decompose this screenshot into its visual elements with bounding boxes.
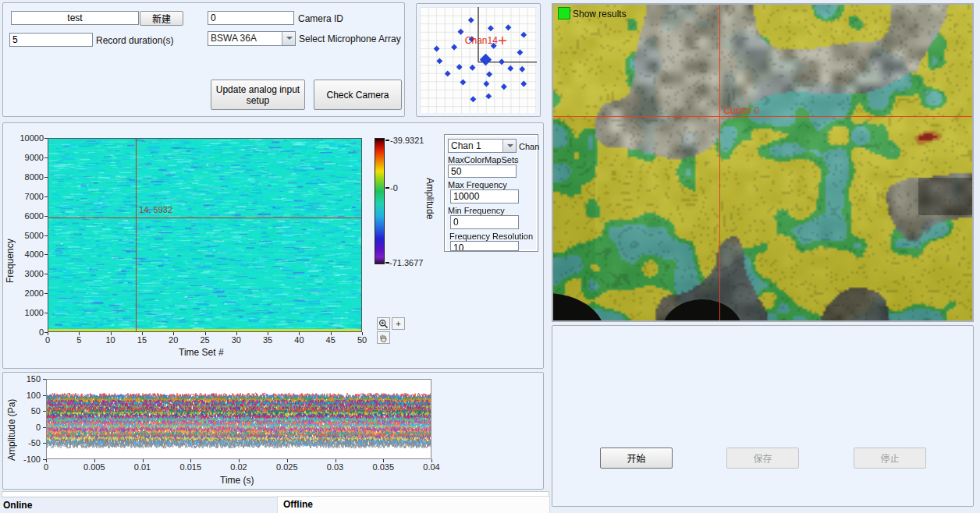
camera-cursor-label: Cursor 0 bbox=[723, 105, 759, 116]
colorbar-min-label: -71.3677 bbox=[389, 258, 423, 267]
mic-array-plot[interactable]: Chan14 bbox=[420, 7, 537, 113]
camera-cursor-hline[interactable] bbox=[553, 116, 972, 117]
axis-tick-mark bbox=[236, 332, 237, 335]
axis-tick-label: 50 bbox=[354, 335, 370, 345]
spectrogram-cursor-label: 14, 5932 bbox=[139, 205, 172, 214]
axis-tick-label: 15 bbox=[134, 335, 150, 345]
waveform-xlabel: Time (s) bbox=[220, 475, 254, 486]
camera-id-label: Camera ID bbox=[298, 13, 343, 24]
axis-tick-mark bbox=[48, 332, 48, 335]
cursor-tool-icon[interactable]: + bbox=[392, 317, 405, 330]
axis-tick-label: 0.04 bbox=[417, 462, 446, 472]
spectrogram-xlabel: Time Set # bbox=[179, 347, 224, 358]
axis-tick-label: 0 bbox=[16, 423, 41, 432]
start-button[interactable]: 开始 bbox=[600, 448, 673, 469]
save-button[interactable]: 保存 bbox=[726, 448, 799, 469]
axis-tick-label: 2000 bbox=[17, 288, 44, 298]
axis-tick-mark bbox=[143, 459, 144, 462]
show-results-label: Show results bbox=[573, 9, 627, 19]
max-frequency-label: Max Frequency bbox=[448, 180, 507, 189]
mic-array-value: BSWA 36A bbox=[211, 33, 257, 44]
new-button[interactable]: 新建 bbox=[140, 11, 183, 26]
axis-tick-label: -50 bbox=[16, 438, 41, 448]
min-frequency-input[interactable]: 0 bbox=[450, 215, 519, 229]
check-camera-button[interactable]: Check Camera bbox=[314, 80, 402, 110]
online-status-label: Online bbox=[3, 500, 32, 511]
axis-tick-label: 100 bbox=[16, 391, 41, 400]
axis-tick-label: 5000 bbox=[17, 231, 44, 240]
axis-tick-mark bbox=[111, 332, 112, 335]
max-frequency-input[interactable]: 10000 bbox=[450, 189, 519, 203]
camera-view-panel: Show results Cursor 0 bbox=[552, 3, 974, 322]
setup-panel: test 新建 5 Record duration(s) 0 Camera ID… bbox=[2, 2, 405, 117]
axis-tick-mark bbox=[331, 332, 332, 335]
axis-tick-label: 25 bbox=[197, 335, 213, 345]
camera-image[interactable] bbox=[553, 5, 972, 320]
axis-tick-label: 1000 bbox=[17, 308, 44, 317]
axis-tick-label: 8000 bbox=[17, 172, 44, 182]
frequency-resolution-input[interactable]: 10 bbox=[450, 241, 519, 251]
camera-id-input[interactable]: 0 bbox=[208, 11, 294, 25]
spectrogram-ylabel: Frequency bbox=[5, 197, 16, 283]
channel-value: Chan 1 bbox=[451, 140, 481, 151]
record-duration-input[interactable]: 5 bbox=[9, 33, 93, 47]
axis-tick-mark bbox=[362, 332, 363, 335]
axis-tick-label: 0 bbox=[32, 462, 60, 472]
axis-tick-label: 7000 bbox=[17, 192, 44, 201]
axis-tick-label: 35 bbox=[260, 335, 275, 345]
axis-tick-label: 5 bbox=[71, 335, 87, 345]
channel-dropdown[interactable]: Chan 1 bbox=[448, 139, 517, 153]
axis-tick-label: 0.035 bbox=[369, 462, 397, 472]
axis-tick-mark bbox=[239, 459, 240, 462]
show-results-checkbox[interactable] bbox=[558, 7, 570, 19]
axis-tick-label: 30 bbox=[229, 335, 244, 345]
axis-tick-label: 10 bbox=[103, 335, 119, 345]
axis-tick-mark bbox=[142, 332, 143, 335]
channel-label: Chan bbox=[519, 142, 539, 151]
axis-tick-mark bbox=[205, 332, 206, 335]
colorbar-mid-tick bbox=[385, 187, 389, 189]
axis-tick-label: 4000 bbox=[17, 249, 44, 259]
axis-tick-label: 0.015 bbox=[176, 462, 204, 472]
axis-tick-mark bbox=[268, 332, 268, 335]
svg-text:Chan14: Chan14 bbox=[465, 35, 498, 46]
camera-cursor-vline[interactable] bbox=[719, 5, 720, 320]
mic-array-dropdown[interactable]: BSWA 36A bbox=[208, 31, 296, 46]
max-colormap-input[interactable]: 50 bbox=[448, 165, 517, 178]
axis-tick-label: 0.02 bbox=[225, 462, 253, 472]
waveform-panel: Amplitude (Pa) 150100500-50-100 00.0050.… bbox=[2, 372, 544, 490]
chevron-down-icon[interactable] bbox=[282, 32, 295, 45]
spectrogram-panel: Frequency 100009000800070006000500040003… bbox=[2, 122, 544, 369]
axis-tick-label: 9000 bbox=[17, 153, 44, 162]
axis-tick-mark bbox=[46, 459, 47, 462]
test-name-input[interactable]: test bbox=[11, 11, 139, 25]
axis-tick-label: 150 bbox=[16, 374, 41, 384]
spectrogram-plot[interactable]: 14, 5932 bbox=[48, 138, 362, 332]
axis-tick-label: 0.03 bbox=[321, 462, 350, 472]
stop-button[interactable]: 停止 bbox=[854, 448, 926, 469]
axis-tick-label: 0 bbox=[40, 335, 55, 345]
update-analog-input-button[interactable]: Update analog input setup bbox=[211, 80, 305, 110]
axis-tick-mark bbox=[336, 459, 336, 462]
zoom-tool-icon[interactable] bbox=[377, 317, 390, 330]
axis-tick-mark bbox=[173, 332, 174, 335]
axis-tick-label: 3000 bbox=[17, 269, 44, 278]
axis-tick-mark bbox=[94, 459, 95, 462]
axis-tick-mark bbox=[431, 459, 432, 462]
axis-tick-label: 40 bbox=[291, 335, 307, 345]
axis-tick-mark bbox=[79, 332, 80, 335]
waveform-plot[interactable] bbox=[46, 379, 431, 459]
chevron-down-icon[interactable] bbox=[502, 140, 516, 152]
offline-status-box: Offline bbox=[277, 496, 550, 513]
offline-status-label: Offline bbox=[283, 499, 313, 510]
spectrogram-cursor-hline[interactable] bbox=[48, 218, 361, 218]
mic-array-panel: Chan14 bbox=[416, 3, 541, 117]
axis-tick-mark bbox=[299, 332, 300, 335]
axis-tick-mark bbox=[190, 459, 191, 462]
axis-tick-mark bbox=[287, 459, 288, 462]
pan-tool-icon[interactable] bbox=[377, 331, 390, 344]
frequency-resolution-label: Frequency Resolution bbox=[449, 232, 533, 241]
record-duration-label: Record duration(s) bbox=[96, 35, 173, 46]
spectrogram-cursor-vline[interactable] bbox=[136, 139, 137, 331]
axis-tick-label: 0.01 bbox=[129, 462, 157, 472]
